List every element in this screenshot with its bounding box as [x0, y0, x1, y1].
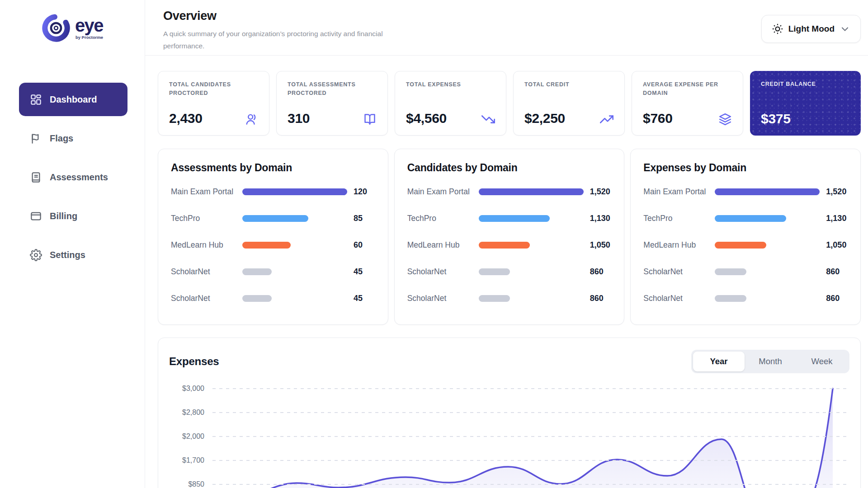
y-axis-tick-label: $3,000 [169, 385, 204, 393]
bar [715, 295, 746, 302]
chevron-down-icon [840, 23, 850, 34]
range-tab-week[interactable]: Week [796, 352, 848, 371]
sidebar-item-flags[interactable]: Flags [19, 122, 127, 155]
layers-icon [718, 113, 732, 126]
bar [479, 268, 510, 275]
bar-row-label: ScholarNet [407, 294, 479, 303]
bar-track [242, 268, 347, 275]
bar-row-value: 1,050 [826, 240, 846, 250]
bar [715, 268, 746, 275]
bar-track [715, 188, 820, 195]
bar-row-medlearn-hub: MedLearn Hub1,050 [407, 242, 612, 249]
grid-line [212, 484, 848, 485]
stat-label: Total Candidates Proctored [169, 80, 250, 98]
bar-track [715, 268, 820, 275]
bar-row-techpro: TechPro85 [171, 215, 375, 222]
sidebar: eye by Proctorme DashboardFlagsAssessmen… [0, 0, 145, 488]
bar-row-value: 45 [354, 294, 363, 303]
bar-row-value: 1,050 [590, 240, 610, 250]
bar-row-label: TechPro [643, 214, 715, 223]
grid-line [212, 436, 848, 437]
bar-row-main-exam-portal: Main Exam Portal1,520 [407, 188, 612, 195]
stat-label: Total Credit [524, 80, 606, 89]
domain-charts-row: Assessments by DomainMain Exam Portal120… [145, 136, 868, 325]
bar-row-value: 1,130 [826, 214, 846, 223]
page-title: Overview [163, 9, 411, 23]
domain-card-title: Assessments by Domain [171, 162, 375, 174]
range-toggle: YearMonthWeek [691, 350, 849, 373]
bar-row-scholarnet: ScholarNet45 [171, 295, 375, 302]
bar-row-value: 1,520 [826, 187, 846, 197]
bar-row-label: ScholarNet [643, 294, 715, 303]
bar-row-label: ScholarNet [407, 267, 479, 277]
main-content: Overview A quick summary of your organiz… [145, 0, 868, 488]
stat-value: 310 [288, 111, 310, 126]
bar-track [242, 295, 347, 302]
stat-card-total-assessments-proctored: Total Assessments Proctored310 [276, 71, 388, 136]
bar-track [479, 215, 584, 222]
assessments-icon [30, 171, 42, 183]
y-axis-tick-label: $850 [169, 480, 204, 488]
expenses-curve [212, 388, 854, 488]
bar [715, 188, 820, 195]
bar [242, 295, 272, 302]
page-header: Overview A quick summary of your organiz… [145, 0, 868, 56]
stat-card-credit-balance: Credit Balance$375 [750, 71, 861, 136]
sidebar-item-billing[interactable]: Billing [19, 199, 127, 233]
bar-row-value: 1,130 [590, 214, 610, 223]
bar [242, 268, 272, 275]
page-subtitle: A quick summary of your organization’s p… [163, 28, 411, 52]
brand-name: eye [75, 15, 103, 35]
bar [479, 295, 510, 302]
sidebar-item-label: Flags [50, 133, 73, 144]
bar-row-scholarnet: ScholarNet860 [643, 295, 848, 302]
bar [242, 215, 308, 222]
brand-byline: by Proctorme [75, 35, 103, 40]
billing-icon [30, 210, 42, 222]
sidebar-item-assessments[interactable]: Assessments [19, 160, 127, 194]
y-axis-tick-label: $2,800 [169, 408, 204, 417]
domain-card-assessments-by-domain: Assessments by DomainMain Exam Portal120… [158, 149, 388, 325]
bar-row-value: 860 [590, 294, 604, 303]
stat-card-total-candidates-proctored: Total Candidates Proctored2,430 [158, 71, 269, 136]
bar-track [479, 295, 584, 302]
bar-track [242, 215, 347, 222]
bar-row-label: Main Exam Portal [407, 187, 479, 197]
bar [715, 242, 766, 249]
range-tab-month[interactable]: Month [745, 352, 796, 371]
theme-mode-label: Light Mood [788, 24, 835, 34]
settings-icon [30, 249, 42, 261]
expenses-chart-card: Expenses YearMonthWeek $3,000$2,800$2,00… [158, 338, 861, 488]
sidebar-item-label: Settings [50, 250, 85, 260]
sidebar-item-dashboard[interactable]: Dashboard [19, 83, 127, 116]
domain-card-candidates-by-domain: Candidates by DomainMain Exam Portal1,52… [394, 149, 625, 325]
bar-row-value: 860 [826, 294, 840, 303]
bar-row-label: MedLearn Hub [407, 240, 479, 250]
stat-label: Total Expenses [406, 80, 487, 89]
bar-row-medlearn-hub: MedLearn Hub1,050 [643, 242, 848, 249]
bar-row-scholarnet: ScholarNet860 [407, 268, 612, 275]
bar-row-label: TechPro [407, 214, 479, 223]
grid-line [212, 460, 848, 461]
y-axis-tick-label: $2,000 [169, 432, 204, 441]
bar-row-label: Main Exam Portal [643, 187, 715, 197]
stat-card-total-credit: Total Credit$2,250 [513, 71, 625, 136]
theme-mode-button[interactable]: Light Mood [761, 15, 861, 43]
bar-track [715, 242, 820, 249]
bar-track [715, 215, 820, 222]
sidebar-nav: DashboardFlagsAssessmentsBillingSettings [0, 56, 145, 272]
eye-logo-icon [42, 14, 71, 42]
stat-label: Credit Balance [761, 80, 842, 89]
bar-row-main-exam-portal: Main Exam Portal1,520 [643, 188, 848, 195]
range-tab-year[interactable]: Year [693, 352, 745, 371]
open-book-icon [363, 113, 377, 126]
bar [479, 215, 550, 222]
sidebar-item-settings[interactable]: Settings [19, 238, 127, 272]
bar-row-techpro: TechPro1,130 [643, 215, 848, 222]
bar-row-label: MedLearn Hub [643, 240, 715, 250]
bar [715, 215, 786, 222]
flag-icon [30, 132, 42, 145]
bar-row-label: ScholarNet [171, 267, 242, 277]
grid-line [212, 412, 848, 413]
stat-card-total-expenses: Total Expenses$4,560 [395, 71, 506, 136]
